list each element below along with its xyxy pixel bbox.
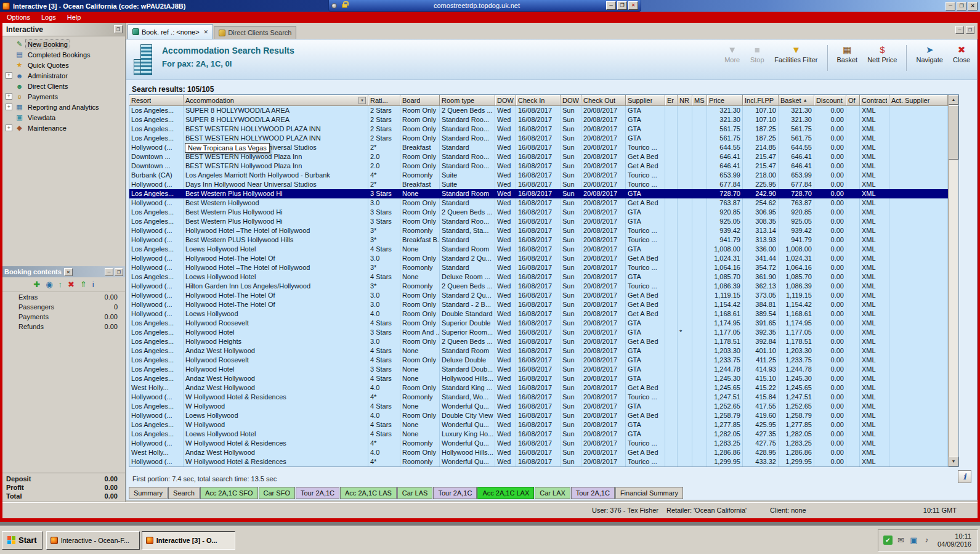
column-header-check-out[interactable]: Check Out <box>581 95 626 106</box>
taskbar-button[interactable]: Interactive - Ocean-F... <box>46 531 140 550</box>
bottom-tab-financial-summary[interactable]: Financial Summary <box>615 487 683 499</box>
globe-icon[interactable]: ◉ <box>46 280 52 289</box>
table-row[interactable]: Los Angeles...Andaz West Hollywood4 Star… <box>129 346 948 356</box>
add-icon[interactable]: ✚ <box>33 280 40 289</box>
table-row[interactable]: Los Angeles...SUPER 8 HOLLYWOOD/LA AREA2… <box>129 115 948 124</box>
info-icon[interactable]: i <box>92 280 94 289</box>
volume-icon[interactable]: ♪ <box>922 536 931 545</box>
nett-price-button[interactable]: $Nett Price <box>864 43 900 65</box>
delete-icon[interactable]: ✖ <box>68 280 75 289</box>
sidebar-item-quick-quotes[interactable]: ★Quick Quotes <box>2 60 125 70</box>
tab-close-icon[interactable]: ✕ <box>204 29 209 35</box>
expander-icon[interactable]: + <box>6 93 12 100</box>
booking-contents-restore-button[interactable]: ❐ <box>115 268 123 276</box>
navigate-button[interactable]: ➤Navigate <box>913 43 946 65</box>
table-row[interactable]: Hollywood (...Hollywood Hotel-The Hotel … <box>129 300 948 309</box>
column-header-price[interactable]: Price <box>707 95 743 106</box>
vertical-scrollbar[interactable]: ▲ ▼ <box>948 95 958 466</box>
status-ok-icon[interactable]: ✔ <box>883 536 893 545</box>
panel-minimize-button[interactable]: ─ <box>955 26 964 34</box>
table-row[interactable]: Hollywood (...Best Western Hollywood3.0R… <box>129 198 948 208</box>
bottom-tab-search[interactable]: Search <box>168 487 200 499</box>
table-row[interactable]: Hollywood (...Loews Hollywood4.0Room Onl… <box>129 309 948 319</box>
column-header-resort[interactable]: Resort <box>129 95 184 106</box>
bottom-tab-acc-2a-1c-sfo[interactable]: Acc 2A,1C SFO <box>200 487 258 499</box>
facilities-filter-button[interactable]: ▼Facilities Filter <box>771 43 820 65</box>
table-row[interactable]: Downtown ...BEST WESTERN Hollywood Plaza… <box>129 152 948 161</box>
column-header-accommodation[interactable]: Accommodation▼ <box>184 95 368 106</box>
scroll-down-icon[interactable]: ▼ <box>949 457 958 466</box>
menu-item-options[interactable]: Options <box>1 12 36 23</box>
column-header-nr[interactable]: NR <box>678 95 692 106</box>
table-row[interactable]: Hollywood (...Best Western PLUS Hollywoo… <box>129 235 948 245</box>
bottom-tab-car-las[interactable]: Car LAS <box>397 487 433 499</box>
tab-book-ref-none[interactable]: Book. ref .: <none>✕ <box>128 24 213 39</box>
table-row[interactable]: Los Angeles...Loews Hollywood Hotel4 Sta… <box>129 272 948 282</box>
expander-icon[interactable]: + <box>6 124 12 131</box>
basket-button[interactable]: ▦Basket <box>834 43 861 65</box>
bottom-tab-summary[interactable]: Summary <box>129 487 168 499</box>
window-minimize-button[interactable]: ─ <box>946 2 955 10</box>
tab-direct-clients-search[interactable]: Direct Clients Search <box>214 26 296 39</box>
column-header-supplier[interactable]: Supplier <box>626 95 665 106</box>
rdp-close-button[interactable]: ✕ <box>628 1 638 10</box>
menu-item-help[interactable]: Help <box>62 12 87 23</box>
bottom-tab-car-sfo[interactable]: Car SFO <box>259 487 295 499</box>
table-row[interactable]: Los Angeles...Hollywood Hotel3 StarsNone… <box>129 365 948 374</box>
bottom-tab-car-lax[interactable]: Car LAX <box>535 487 570 499</box>
booking-contents-close-icon[interactable]: ✕ <box>64 268 73 276</box>
scrollbar-thumb[interactable] <box>949 105 958 160</box>
table-row[interactable]: Los Angeles...Loews Hollywood Hotel4 Sta… <box>129 430 948 439</box>
taskbar-button[interactable]: Interactive [3] - O... <box>142 531 235 550</box>
table-row[interactable]: Hollywood (...Hollywood Hotel-The Hotel … <box>129 291 948 300</box>
table-row[interactable]: Los Angeles...Hollywood Heights3.0Room O… <box>129 337 948 346</box>
pin-icon[interactable] <box>331 3 337 9</box>
table-row[interactable]: Hollywood (...Hilton Garden Inn Los Ange… <box>129 282 948 291</box>
sidebar-item-administrator[interactable]: +☻Administrator <box>2 70 125 81</box>
window-close-button[interactable]: ✕ <box>968 2 978 10</box>
table-row[interactable]: Los Angeles...BEST WESTERN HOLLYWOOD PLA… <box>129 134 948 143</box>
sidebar-item-payments[interactable]: +¤Payments <box>2 91 125 102</box>
table-row[interactable]: Los Angeles...Andaz West Hollywood4 Star… <box>129 374 948 383</box>
column-header-board[interactable]: Board <box>400 95 440 106</box>
column-header-room-type[interactable]: Room type <box>440 95 495 106</box>
sidebar-item-maintenance[interactable]: +◆Maintenance <box>2 123 125 133</box>
table-row[interactable]: Hollywood (...W Hollywood Hotel & Reside… <box>129 393 948 402</box>
table-row[interactable]: Hollywood (...W Hollywood Hotel & Reside… <box>129 457 948 466</box>
table-row[interactable]: Los Angeles...SUPER 8 HOLLYWOOD/LA AREA2… <box>129 106 948 115</box>
sidebar-item-new-booking[interactable]: ✎New Booking <box>2 39 125 49</box>
column-header-dow[interactable]: DOW <box>495 95 516 106</box>
column-header-act-supplier[interactable]: Act. Supplier <box>889 95 948 106</box>
bottom-tab-tour-2a-1c[interactable]: Tour 2A,1C <box>433 487 477 499</box>
rdp-restore-button[interactable]: ❐ <box>617 1 627 10</box>
sidebar-collapse-button[interactable]: ❐ <box>114 25 123 33</box>
column-header-check-in[interactable]: Check In <box>516 95 561 106</box>
bottom-tab-acc-2a-1c-las[interactable]: Acc 2A,1C LAS <box>340 487 397 499</box>
export-icon[interactable]: ⇑ <box>80 280 87 289</box>
column-header-rati[interactable]: Rati... <box>368 95 400 106</box>
table-row[interactable]: Los Angeles...Hollywood Roosevelt4 Stars… <box>129 319 948 328</box>
table-row[interactable]: Hollywood (...Hollywood Hotel-The Hotel … <box>129 254 948 263</box>
table-row[interactable]: Hollywood (...Loews Hollywood4.0Room Onl… <box>129 411 948 420</box>
sidebar-item-viewdata[interactable]: ▣Viewdata <box>2 112 125 123</box>
display-icon[interactable]: ▣ <box>909 536 918 545</box>
rdp-minimize-button[interactable]: ─ <box>606 1 616 10</box>
table-row[interactable]: Los Angeles...Best Western Plus Hollywoo… <box>129 208 948 217</box>
table-row[interactable]: Los Angeles...W Hollywood4 StarsNoneWond… <box>129 402 948 411</box>
column-header-basket[interactable]: Basket▲ <box>779 95 814 106</box>
bottom-tab-acc-2a-1c-lax[interactable]: Acc 2A,1C LAX <box>477 487 534 499</box>
window-maximize-button[interactable]: ❐ <box>957 2 966 10</box>
column-header-contract[interactable]: Contract <box>860 95 889 106</box>
panel-restore-button[interactable]: ❐ <box>966 26 974 34</box>
column-header-dow[interactable]: DOW <box>561 95 581 106</box>
column-header-of[interactable]: Of <box>846 95 860 106</box>
table-row[interactable]: Hollywood (...W Hollywood Hotel & Reside… <box>129 439 948 448</box>
bottom-tab-tour-2a-1c[interactable]: Tour 2A,1C <box>296 487 339 499</box>
table-row[interactable]: Los Angeles...Best Western Plus Hollywoo… <box>129 217 948 226</box>
move-up-icon[interactable]: ↑ <box>59 280 63 289</box>
table-row[interactable]: Los Angeles...W Hollywood4 StarsNoneWond… <box>129 420 948 430</box>
column-header-er[interactable]: Er <box>665 95 678 106</box>
table-row[interactable]: Los Angeles...Loews Hollywood Hotel4 Sta… <box>129 245 948 254</box>
table-row[interactable]: Hollywood (...Hollywood Hotel –The Hotel… <box>129 263 948 272</box>
sidebar-item-reporting-and-analytics[interactable]: +▦Reporting and Analytics <box>2 102 125 112</box>
